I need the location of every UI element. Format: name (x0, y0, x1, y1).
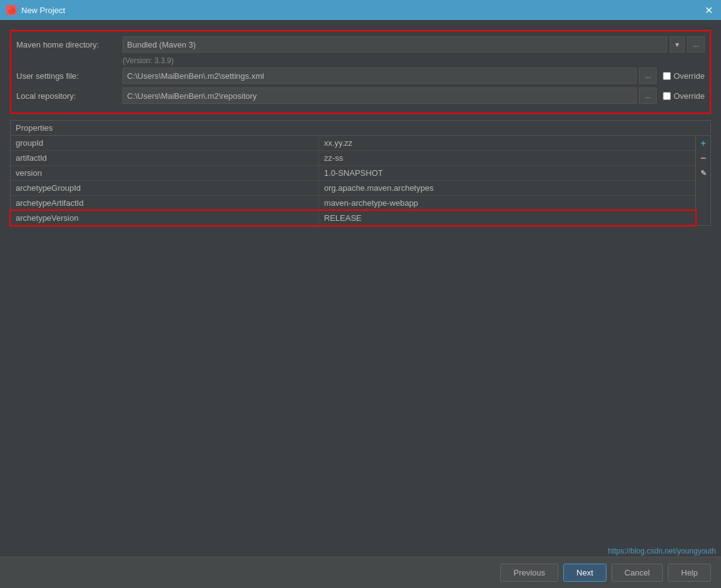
user-settings-input[interactable] (123, 68, 637, 84)
property-key: groupId (11, 136, 319, 151)
user-settings-row: User settings file: ... Override (16, 68, 705, 84)
table-row: version1.0-SNAPSHOT (11, 166, 695, 181)
maven-home-input[interactable] (123, 36, 667, 53)
maven-home-input-container: ▼ ... (123, 36, 705, 53)
maven-home-row: Maven home directory: ▼ ... (16, 36, 705, 53)
remove-property-btn[interactable]: − (697, 152, 710, 165)
user-settings-override-label: Override (673, 71, 705, 81)
add-property-btn[interactable]: + (697, 137, 710, 150)
local-repo-browse-btn[interactable]: ... (639, 88, 657, 104)
app-icon: 🔴 (6, 5, 16, 15)
property-key: artifactId (11, 151, 319, 166)
user-settings-override-container: Override (663, 71, 705, 81)
help-button[interactable]: Help (668, 564, 711, 582)
properties-content: groupIdxx.yy.zzartifactIdzz-ssversion1.0… (11, 136, 695, 225)
property-value: RELEASE (319, 211, 695, 226)
user-settings-label: User settings file: (16, 71, 123, 81)
property-value: 1.0-SNAPSHOT (319, 166, 695, 181)
property-value: maven-archetype-webapp (319, 196, 695, 211)
table-row: archetypeVersionRELEASE (11, 211, 695, 226)
properties-wrapper: groupIdxx.yy.zzartifactIdzz-ssversion1.0… (11, 136, 710, 225)
previous-button[interactable]: Previous (500, 564, 558, 582)
maven-config-section: Maven home directory: ▼ ... (Version: 3.… (10, 30, 711, 114)
local-repo-input[interactable] (123, 88, 637, 104)
user-settings-input-container: ... Override (123, 68, 705, 84)
properties-table: groupIdxx.yy.zzartifactIdzz-ssversion1.0… (11, 136, 695, 225)
maven-version-text: (Version: 3.3.9) (123, 56, 705, 65)
dialog-title: New Project (21, 6, 65, 15)
url-bar: https://blog.csdn.net/youngyouth (0, 545, 721, 557)
property-value: xx.yy.zz (319, 136, 695, 151)
next-button[interactable]: Next (563, 564, 606, 582)
table-row: groupIdxx.yy.zz (11, 136, 695, 151)
local-repo-label: Local repository: (16, 91, 123, 101)
user-settings-override-checkbox[interactable] (663, 72, 671, 80)
property-key: archetypeGroupId (11, 181, 319, 196)
local-repo-override-checkbox[interactable] (663, 92, 671, 100)
local-repo-override-label: Override (673, 91, 705, 101)
table-row: artifactIdzz-ss (11, 151, 695, 166)
maven-home-dropdown-btn[interactable]: ▼ (670, 36, 685, 53)
url-text: https://blog.csdn.net/youngyouth (608, 547, 716, 555)
bottom-buttons: Previous Next Cancel Help (0, 557, 721, 588)
properties-header: Properties (11, 121, 710, 136)
properties-sidebar: + − ✎ (695, 136, 710, 225)
bottom-area: https://blog.csdn.net/youngyouth Previou… (0, 545, 721, 588)
table-row: archetypeGroupIdorg.apache.maven.archety… (11, 181, 695, 196)
user-settings-browse-btn[interactable]: ... (639, 68, 657, 84)
cancel-button[interactable]: Cancel (611, 564, 663, 582)
maven-home-label: Maven home directory: (16, 40, 123, 49)
dialog-content: Maven home directory: ▼ ... (Version: 3.… (0, 20, 721, 226)
maven-home-browse-btn[interactable]: ... (687, 36, 705, 53)
properties-section: Properties groupIdxx.yy.zzartifactIdzz-s… (10, 120, 711, 226)
property-key: archetypeVersion (11, 211, 319, 226)
property-key: archetypeArtifactId (11, 196, 319, 211)
property-value: zz-ss (319, 151, 695, 166)
title-bar: 🔴 New Project ✕ (0, 0, 721, 20)
edit-property-btn[interactable]: ✎ (697, 167, 710, 180)
property-key: version (11, 166, 319, 181)
local-repo-override-container: Override (663, 91, 705, 101)
local-repo-row: Local repository: ... Override (16, 88, 705, 104)
local-repo-input-container: ... Override (123, 88, 705, 104)
table-row: archetypeArtifactIdmaven-archetype-webap… (11, 196, 695, 211)
close-button[interactable]: ✕ (702, 4, 715, 16)
property-value: org.apache.maven.archetypes (319, 181, 695, 196)
